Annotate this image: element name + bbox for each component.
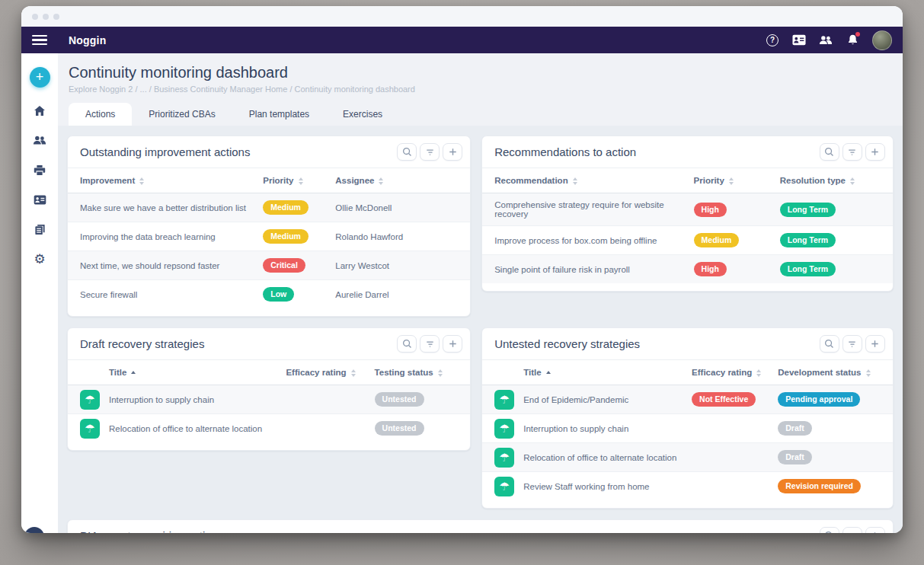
table-row[interactable]: ☂ Review Staff working from home Revisio… — [482, 472, 893, 501]
resolution-badge: Long Term — [780, 262, 836, 276]
search-button[interactable] — [820, 527, 839, 533]
table-row[interactable]: Next time, we should repsond faster Crit… — [68, 251, 470, 280]
panel-title: BIA reports requiring action — [80, 529, 218, 533]
add-record-button[interactable] — [865, 335, 885, 353]
panel-untested-recovery-strategies: Untested recovery strategies Title Effic… — [481, 327, 894, 509]
filter-button[interactable] — [842, 527, 862, 533]
panel-title: Outstanding improvement actions — [80, 145, 250, 158]
title-cell: Interruption to supply chain — [517, 414, 686, 443]
sort-icon[interactable] — [756, 369, 761, 377]
efficacy-badge: Not Effective — [692, 392, 756, 407]
window-chrome — [21, 6, 903, 27]
tab-bar: Actions Prioritized CBAs Plan templates … — [69, 103, 892, 126]
home-icon[interactable] — [33, 104, 46, 117]
improvement-cell: Improving the data breach learning — [68, 222, 257, 251]
priority-badge: Low — [263, 287, 294, 302]
panel-bia-reports-requiring-action: BIA reports requiring action Title Execu… — [67, 519, 894, 533]
add-record-button[interactable] — [865, 143, 885, 161]
dashboard-content: Outstanding improvement actions Improvem… — [58, 126, 903, 533]
filter-button[interactable] — [420, 335, 440, 353]
contact-card-icon[interactable] — [33, 193, 46, 206]
draft-strategies-table: Title Efficacy rating Testing status ☂ I… — [68, 360, 470, 442]
sort-icon[interactable] — [139, 177, 144, 185]
people-icon[interactable] — [819, 34, 833, 47]
development-status-badge: Revision required — [778, 479, 861, 493]
window-dot[interactable] — [53, 14, 59, 20]
search-button[interactable] — [397, 335, 417, 353]
search-button[interactable] — [397, 143, 417, 161]
sort-icon[interactable] — [573, 177, 577, 185]
chat-bubble-button[interactable] — [24, 527, 44, 533]
gear-icon[interactable]: ⚙ — [33, 252, 46, 266]
table-row[interactable]: ☂ Relocation of office to alternate loca… — [68, 414, 470, 443]
people-icon[interactable] — [33, 133, 46, 147]
page-title: Continuity monitoring dashboard — [69, 64, 892, 81]
browser-window: Noggin ? + — [21, 6, 903, 533]
table-row[interactable]: ☂ Interruption to supply chain Untested — [68, 385, 470, 414]
title-cell: Interruption to supply chain — [103, 385, 280, 414]
sort-icon[interactable] — [438, 369, 443, 377]
search-button[interactable] — [820, 335, 839, 353]
tab-prioritized-cbas[interactable]: Prioritized CBAs — [132, 103, 232, 126]
table-row[interactable]: Comprehensive strategy require for websi… — [482, 193, 893, 226]
filter-button[interactable] — [420, 143, 440, 161]
title-cell: End of Epidemic/Pandemic — [517, 385, 686, 414]
table-row[interactable]: Improve process for box.com being offlin… — [482, 226, 893, 255]
sort-icon-ascending[interactable] — [131, 371, 136, 375]
sort-icon[interactable] — [299, 177, 303, 185]
priority-badge: High — [694, 262, 727, 276]
improvement-cell: Make sure we have a better distribution … — [68, 193, 257, 222]
recommendation-cell: Comprehensive strategy require for websi… — [482, 193, 687, 226]
bell-icon[interactable] — [846, 34, 859, 47]
assignee-cell: Larry Westcot — [329, 251, 470, 280]
table-row[interactable]: ☂ End of Epidemic/Pandemic Not Effective… — [482, 385, 893, 414]
improvement-cell: Next time, we should repsond faster — [68, 251, 257, 280]
tab-actions[interactable]: Actions — [69, 103, 132, 126]
sort-icon-ascending[interactable] — [546, 371, 551, 375]
table-row[interactable]: ☂ Interruption to supply chain Draft — [482, 414, 893, 443]
table-row[interactable]: ☂ Relocation of office to alternate loca… — [482, 443, 893, 472]
search-button[interactable] — [820, 143, 839, 161]
add-record-button[interactable] — [443, 335, 462, 353]
printer-icon[interactable] — [33, 163, 46, 177]
avatar[interactable] — [872, 30, 892, 50]
brand-logo: Noggin — [69, 34, 106, 46]
add-record-button[interactable] — [443, 143, 462, 161]
library-icon[interactable] — [33, 222, 46, 236]
umbrella-icon: ☂ — [494, 419, 514, 439]
sort-icon[interactable] — [351, 369, 356, 377]
umbrella-icon: ☂ — [494, 390, 514, 410]
tab-plan-templates[interactable]: Plan templates — [232, 103, 326, 126]
table-row[interactable]: Secure firewall Low Aurelie Darrel — [68, 280, 470, 309]
help-icon[interactable]: ? — [766, 34, 779, 47]
testing-status-badge: Untested — [375, 392, 424, 407]
umbrella-icon: ☂ — [494, 477, 514, 496]
table-row[interactable]: Improving the data breach learning Mediu… — [68, 222, 470, 251]
resolution-badge: Long Term — [780, 233, 836, 247]
sort-icon[interactable] — [729, 177, 734, 185]
filter-button[interactable] — [842, 143, 862, 161]
breadcrumb: Explore Noggin 2 / ... / Business Contin… — [69, 85, 892, 94]
title-cell: Relocation of office to alternate locati… — [517, 443, 686, 472]
development-status-badge: Draft — [778, 450, 812, 464]
sort-icon[interactable] — [379, 177, 383, 185]
untested-strategies-table: Title Efficacy rating Development status… — [482, 360, 893, 500]
table-row[interactable]: Make sure we have a better distribution … — [68, 193, 470, 222]
filter-button[interactable] — [842, 335, 862, 353]
window-dot[interactable] — [43, 14, 49, 20]
sort-icon[interactable] — [850, 177, 855, 185]
add-record-button[interactable] — [865, 527, 885, 533]
window-dot[interactable] — [32, 14, 38, 20]
add-button[interactable]: + — [30, 67, 50, 88]
sort-icon[interactable] — [866, 369, 871, 377]
title-cell: Relocation of office to alternate locati… — [103, 414, 280, 443]
contact-card-icon[interactable] — [792, 34, 806, 47]
priority-badge: Critical — [263, 258, 305, 273]
priority-badge: Medium — [263, 200, 309, 215]
table-row[interactable]: Single point of failure risk in payroll … — [482, 255, 893, 284]
tab-exercises[interactable]: Exercises — [326, 103, 399, 126]
menu-icon[interactable] — [32, 35, 47, 45]
resolution-badge: Long Term — [780, 203, 836, 217]
page-header: Continuity monitoring dashboard Explore … — [58, 53, 903, 126]
development-status-badge: Pending approval — [778, 392, 860, 407]
